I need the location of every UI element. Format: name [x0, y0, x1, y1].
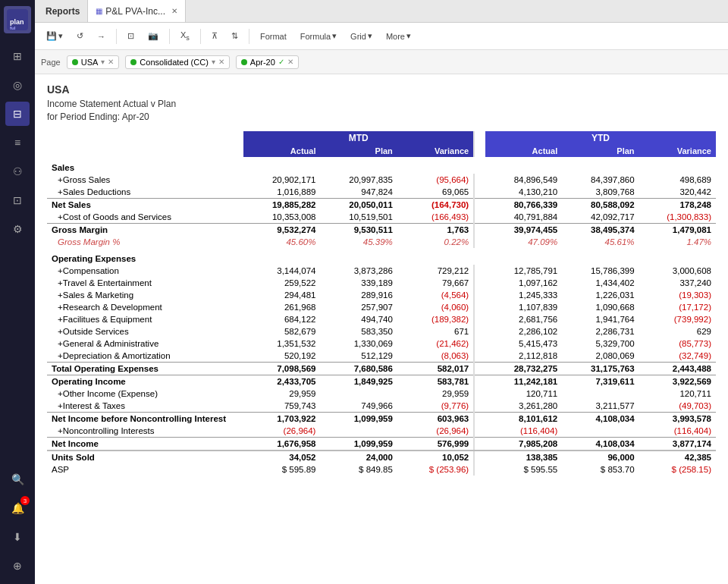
snapshot-button[interactable]: 📷	[143, 28, 164, 44]
ytd-plan: 3,211,577	[562, 400, 639, 413]
search-icon[interactable]: 🔍	[5, 467, 30, 491]
filter-consolidated-arrow: ▾	[212, 58, 215, 66]
ytd-var: (116,404)	[639, 425, 716, 438]
table-row: Net Income before Noncontrolling Interes…	[47, 413, 716, 425]
grid-arrow: ▾	[368, 31, 372, 41]
mtd-plan: 10,519,501	[320, 211, 397, 224]
filter-period[interactable]: Apr-20 ✓ ✕	[236, 55, 299, 69]
mtd-plan: 289,916	[320, 289, 397, 301]
filter-consolidated-close[interactable]: ✕	[218, 58, 224, 66]
xs-button[interactable]: Xs	[175, 27, 195, 45]
undo-icon: ↺	[77, 31, 83, 41]
mtd-var: (4,564)	[397, 289, 474, 301]
mtd-plan: 947,824	[320, 186, 397, 199]
row-label: +Facilitues & Equipment	[47, 313, 243, 325]
ytd-plan: 1,090,668	[562, 301, 639, 313]
filter-usa[interactable]: USA ▾ ✕	[67, 55, 120, 69]
more-button[interactable]: More ▾	[381, 28, 416, 44]
formula-button[interactable]: Formula ▾	[295, 28, 342, 44]
export-button[interactable]: ⊡	[122, 28, 140, 44]
mtd-actual: 9,532,274	[243, 224, 320, 237]
ytd-var: 2,443,488	[639, 363, 716, 375]
row-label: Units Sold	[47, 451, 243, 463]
ytd-plan	[562, 388, 639, 400]
bar-chart-icon[interactable]: ≡	[5, 130, 30, 155]
ytd-var: 1.47%	[639, 236, 716, 248]
tab-reports[interactable]: Reports	[38, 0, 88, 22]
save-button[interactable]: 💾 ▾	[41, 28, 68, 44]
add-icon[interactable]: ⊕	[5, 554, 30, 578]
mtd-plan: $ 849.85	[320, 463, 397, 476]
ytd-var: 1,479,081	[639, 224, 716, 237]
mtd-actual: 3,144,074	[243, 265, 320, 277]
ytd-plan: 1,226,031	[562, 289, 639, 301]
ytd-actual: 1,097,162	[485, 277, 562, 289]
ytd-var: 178,248	[639, 199, 716, 212]
tab-close-icon[interactable]: ✕	[171, 7, 177, 15]
filter-dot-usa	[72, 59, 78, 65]
undo-button[interactable]: ↺	[71, 28, 89, 44]
page-filter-label: Page	[41, 58, 61, 67]
table-row: Gross Margin % 45.60% 45.39% 0.22% 47.09…	[47, 236, 716, 248]
grid-icon[interactable]: ⊟	[5, 102, 30, 126]
sort-button[interactable]: ⇅	[226, 28, 243, 44]
filter-consolidated[interactable]: Consolidated (CC) ▾ ✕	[125, 55, 229, 69]
format-label: Format	[260, 32, 287, 41]
people-icon[interactable]: ⚇	[5, 159, 30, 184]
ytd-plan: 1,434,402	[562, 277, 639, 289]
mtd-actual: 1,016,889	[243, 186, 320, 199]
row-label: Net Sales	[47, 199, 243, 212]
filter-dot-period	[241, 59, 247, 65]
more-label: More	[386, 32, 405, 41]
grid-button[interactable]: Grid ▾	[345, 28, 378, 44]
download-icon[interactable]: ⬇	[5, 525, 30, 549]
mtd-plan	[320, 425, 397, 438]
report-area: USA Income Statement Actual v Plan for P…	[35, 74, 728, 584]
mtd-var: $ (253.96)	[397, 463, 474, 476]
ytd-plan: 42,092,717	[562, 211, 639, 224]
report-region: USA	[47, 83, 716, 96]
clipboard-icon[interactable]: ⊡	[5, 188, 30, 212]
ytd-actual: 138,385	[485, 451, 562, 463]
export-icon: ⊡	[127, 31, 134, 41]
grid-label: Grid	[350, 32, 366, 41]
mtd-actual: 1,703,922	[243, 413, 320, 425]
filter-button[interactable]: ⊼	[206, 28, 223, 44]
mtd-actual: 20,902,171	[243, 174, 320, 186]
redo-button[interactable]: →	[92, 29, 111, 44]
table-row: +Compensation 3,144,074 3,873,286 729,21…	[47, 265, 716, 277]
bell-icon[interactable]: 🔔 3	[5, 496, 30, 520]
mtd-var: (4,060)	[397, 301, 474, 313]
format-button[interactable]: Format	[255, 29, 292, 44]
filter-period-check: ✓	[278, 58, 284, 66]
row-label: Gross Margin %	[47, 236, 243, 248]
ytd-plan: $ 853.70	[562, 463, 639, 476]
ytd-actual: 1,107,839	[485, 301, 562, 313]
ytd-var: (85,773)	[639, 338, 716, 350]
row-label: Operating Income	[47, 375, 243, 388]
table-row: Operating Income 2,433,705 1,849,925 583…	[47, 375, 716, 388]
ytd-var: (49,703)	[639, 400, 716, 413]
filter-period-close[interactable]: ✕	[287, 58, 293, 66]
mtd-plan: 257,907	[320, 301, 397, 313]
ytd-actual-header: Actual	[485, 145, 562, 157]
filter-usa-close[interactable]: ✕	[108, 58, 114, 66]
target-icon[interactable]: ◎	[5, 73, 30, 97]
report-title: Income Statement Actual v Plan	[47, 99, 716, 109]
table-row: Net Sales 19,885,282 20,050,011 (164,730…	[47, 199, 716, 212]
mtd-plan: 583,350	[320, 325, 397, 338]
tab-pva[interactable]: ▦ P&L PVA-Inc... ✕	[88, 0, 186, 22]
tab-bar: Reports ▦ P&L PVA-Inc... ✕	[35, 0, 728, 23]
ytd-var: 498,689	[639, 174, 716, 186]
settings-icon[interactable]: ⚙	[5, 217, 30, 241]
ytd-var: (1,300,833)	[639, 211, 716, 224]
toolbar: 💾 ▾ ↺ → ⊡ 📷 Xs ⊼ ⇅ Format Fo	[35, 23, 728, 50]
ytd-plan: 80,588,092	[562, 199, 639, 212]
table-row: +Sales & Marketing 294,481 289,916 (4,56…	[47, 289, 716, 301]
ytd-actual: 12,785,791	[485, 265, 562, 277]
ytd-plan: 15,786,399	[562, 265, 639, 277]
mtd-plan: 1,849,925	[320, 375, 397, 388]
mtd-actual: 34,052	[243, 451, 320, 463]
home-icon[interactable]: ⊞	[5, 44, 30, 68]
ytd-actual: (116,404)	[485, 425, 562, 438]
